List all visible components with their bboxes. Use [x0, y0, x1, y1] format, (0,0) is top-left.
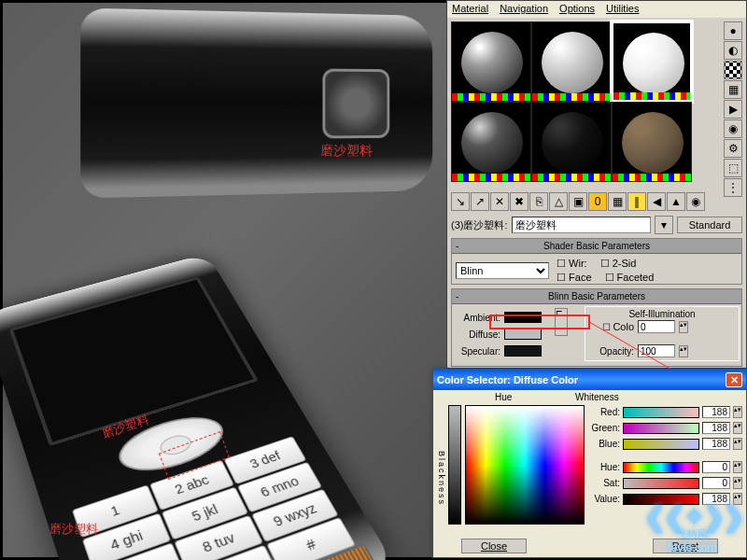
- selfillum-group-label: Self-Illumination: [587, 309, 737, 319]
- mat-slot-4[interactable]: [451, 102, 531, 182]
- sphere-icon: [461, 112, 523, 174]
- twosided-check[interactable]: ☐ 2-Sid: [600, 258, 637, 270]
- close-icon[interactable]: ✕: [726, 372, 742, 387]
- specular-label: Specular:: [454, 346, 500, 357]
- make-copy-icon[interactable]: ⎘: [529, 192, 548, 211]
- annotation-highlight-diffuse: [489, 315, 590, 329]
- mat-slot-6[interactable]: [612, 102, 692, 182]
- sample-type-icon[interactable]: ●: [724, 21, 742, 40]
- spinner-icon[interactable]: ▴▾: [733, 406, 742, 418]
- hue-header-label: Hue: [495, 392, 512, 402]
- backlight-icon[interactable]: ◐: [724, 41, 742, 60]
- spinner-icon[interactable]: ▴▾: [679, 321, 688, 333]
- green-input[interactable]: [702, 422, 730, 434]
- red-slider[interactable]: [623, 407, 699, 418]
- material-name-input[interactable]: [512, 217, 652, 233]
- blue-slider[interactable]: [623, 439, 699, 450]
- spinner-icon[interactable]: ▴▾: [733, 422, 742, 434]
- video-check-icon[interactable]: ▶: [724, 100, 742, 119]
- dialog-title: Color Selector: Diffuse Color: [437, 374, 578, 385]
- watermark-name: 飞特网: [677, 527, 708, 541]
- close-button[interactable]: Close: [461, 539, 527, 553]
- hue-input[interactable]: [702, 461, 730, 473]
- material-slots: [451, 21, 746, 182]
- options-icon[interactable]: ⚙: [724, 139, 742, 158]
- phone-body: 1 2 abc 3 def 4 ghi 5 jkl 6 mno 7 pqrs 8…: [0, 253, 398, 560]
- show-map-icon[interactable]: ▦: [608, 192, 627, 211]
- material-editor: Material Navigation Options Utilities ● …: [446, 0, 747, 369]
- mat-slot-1[interactable]: [451, 21, 531, 102]
- green-slider[interactable]: [623, 423, 699, 434]
- diffuse-swatch[interactable]: [504, 329, 542, 340]
- shader-select[interactable]: Blinn: [456, 262, 549, 279]
- name-dropdown-icon[interactable]: ▾: [655, 216, 673, 234]
- pick-icon[interactable]: ◉: [686, 192, 705, 211]
- sample-uv-icon[interactable]: ▦: [724, 80, 742, 99]
- mat-slot-5[interactable]: [531, 102, 612, 182]
- mat-id-icon[interactable]: 0: [588, 192, 607, 211]
- sphere-icon: [542, 112, 603, 174]
- put-to-scene-icon[interactable]: ↗: [471, 192, 489, 211]
- annotation-side: 磨沙塑料: [320, 143, 373, 160]
- show-end-icon[interactable]: ‖: [627, 192, 646, 211]
- mat-index-label: (3)磨沙塑料:: [451, 218, 508, 232]
- material-name-row: (3)磨沙塑料: ▾ Standard: [451, 216, 742, 234]
- menu-options[interactable]: Options: [559, 3, 595, 16]
- put-to-lib-icon[interactable]: ▣: [569, 192, 587, 211]
- side-toolbar: ● ◐ ▦ ▶ ◉ ⚙ ⬚ ⋮: [724, 21, 744, 197]
- blackness-slider[interactable]: [448, 405, 461, 525]
- dialog-titlebar[interactable]: Color Selector: Diffuse Color ✕: [433, 370, 746, 390]
- mat-slot-3-selected[interactable]: [612, 21, 692, 102]
- sphere-icon: [542, 32, 603, 93]
- hue-label: Hue:: [588, 462, 620, 472]
- shader-basic-rollout: Shader Basic Parameters Blinn ☐ Wir: ☐ 2…: [451, 238, 742, 285]
- specular-swatch[interactable]: [504, 345, 542, 357]
- red-input[interactable]: [702, 406, 730, 418]
- type-button[interactable]: Standard: [677, 217, 742, 233]
- menubar: Material Navigation Options Utilities: [447, 1, 746, 18]
- sat-slider[interactable]: [623, 478, 699, 489]
- sat-input[interactable]: [702, 477, 730, 489]
- sphere-icon: [623, 33, 684, 94]
- reset-icon[interactable]: ✖: [510, 192, 529, 211]
- go-forward-icon[interactable]: ▲: [667, 192, 685, 211]
- phone-front-view: 1 2 abc 3 def 4 ghi 5 jkl 6 mno 7 pqrs 8…: [0, 228, 471, 560]
- assign-icon[interactable]: ✕: [490, 192, 509, 211]
- blue-input[interactable]: [702, 438, 730, 450]
- hue-whiteness-field[interactable]: [465, 405, 585, 525]
- watermark-url: fevte.com: [668, 541, 716, 554]
- facemap-check[interactable]: ☐ Face: [557, 272, 592, 284]
- rollout-header[interactable]: Shader Basic Parameters: [452, 239, 741, 254]
- mat-slot-2[interactable]: [531, 21, 612, 102]
- rollout-header[interactable]: Blinn Basic Parameters: [452, 289, 741, 304]
- select-by-mat-icon[interactable]: ⬚: [724, 159, 742, 177]
- menu-navigation[interactable]: Navigation: [500, 3, 548, 16]
- watermark: ❮❮✦❯❯ 飞特网 fevte.com: [643, 507, 741, 554]
- hue-slider[interactable]: [623, 462, 699, 473]
- horizontal-toolbar: ↘ ↗ ✕ ✖ ⎘ △ ▣ 0 ▦ ‖ ◀ ▲ ◉: [451, 191, 742, 212]
- background-icon[interactable]: [724, 61, 742, 79]
- make-preview-icon[interactable]: ◉: [724, 119, 742, 138]
- green-label: Green:: [588, 423, 620, 433]
- menu-material[interactable]: Material: [452, 3, 488, 16]
- whiteness-header-label: Whiteness: [575, 392, 619, 402]
- wire-check[interactable]: ☐ Wir:: [557, 258, 587, 270]
- selfillum-spinner[interactable]: [638, 320, 675, 333]
- phone-side-view: [80, 8, 432, 199]
- spinner-icon[interactable]: ▴▾: [733, 438, 742, 450]
- sphere-icon: [461, 32, 523, 93]
- spinner-icon[interactable]: ▴▾: [679, 345, 688, 357]
- blackness-label: Blackness: [437, 392, 448, 538]
- value-label: Value:: [588, 494, 620, 504]
- spinner-icon[interactable]: ▴▾: [733, 461, 742, 473]
- sat-label: Sat:: [588, 478, 620, 488]
- menu-utilities[interactable]: Utilities: [606, 3, 639, 16]
- wings-icon: ❮❮✦❯❯: [643, 507, 741, 527]
- red-label: Red:: [588, 407, 620, 417]
- spinner-icon[interactable]: ▴▾: [733, 477, 742, 489]
- faceted-check[interactable]: ☐ Faceted: [605, 272, 655, 284]
- blue-label: Blue:: [588, 439, 620, 449]
- go-parent-icon[interactable]: ◀: [647, 192, 666, 211]
- get-material-icon[interactable]: ↘: [451, 192, 470, 211]
- make-unique-icon[interactable]: △: [549, 192, 568, 211]
